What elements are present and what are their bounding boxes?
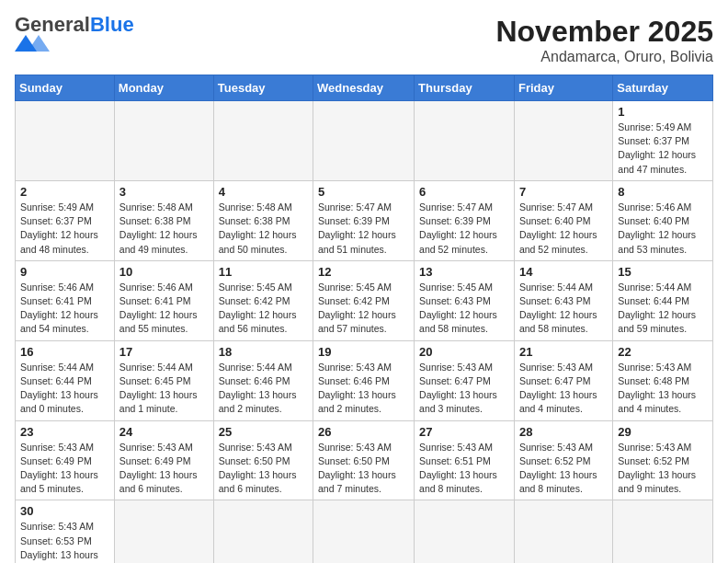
logo: General Blue bbox=[15, 15, 134, 52]
calendar-cell bbox=[514, 101, 612, 181]
calendar-cell: 13Sunrise: 5:45 AM Sunset: 6:43 PM Dayli… bbox=[415, 260, 515, 340]
calendar-cell: 10Sunrise: 5:46 AM Sunset: 6:41 PM Dayli… bbox=[114, 260, 213, 340]
calendar-cell: 1Sunrise: 5:49 AM Sunset: 6:37 PM Daylig… bbox=[613, 101, 713, 181]
week-row-0: 1Sunrise: 5:49 AM Sunset: 6:37 PM Daylig… bbox=[16, 101, 713, 181]
calendar-cell: 16Sunrise: 5:44 AM Sunset: 6:44 PM Dayli… bbox=[16, 340, 115, 420]
calendar-cell: 22Sunrise: 5:43 AM Sunset: 6:48 PM Dayli… bbox=[613, 340, 713, 420]
calendar-cell bbox=[313, 101, 415, 181]
calendar-subtitle: Andamarca, Oruro, Bolivia bbox=[495, 49, 713, 65]
day-info: Sunrise: 5:45 AM Sunset: 6:42 PM Dayligh… bbox=[219, 281, 308, 337]
calendar-cell: 15Sunrise: 5:44 AM Sunset: 6:44 PM Dayli… bbox=[613, 260, 713, 340]
day-info: Sunrise: 5:43 AM Sunset: 6:46 PM Dayligh… bbox=[318, 361, 409, 417]
day-info: Sunrise: 5:43 AM Sunset: 6:52 PM Dayligh… bbox=[519, 441, 608, 497]
day-number: 8 bbox=[618, 185, 708, 199]
day-info: Sunrise: 5:45 AM Sunset: 6:42 PM Dayligh… bbox=[318, 281, 409, 337]
day-number: 2 bbox=[20, 185, 109, 199]
calendar-cell: 28Sunrise: 5:43 AM Sunset: 6:52 PM Dayli… bbox=[514, 420, 612, 500]
day-header-saturday: Saturday bbox=[613, 75, 713, 101]
day-number: 9 bbox=[20, 265, 109, 279]
calendar-cell bbox=[415, 101, 515, 181]
title-block: November 2025 Andamarca, Oruro, Bolivia bbox=[495, 15, 713, 65]
day-number: 22 bbox=[618, 345, 708, 359]
calendar-cell bbox=[114, 101, 213, 181]
calendar-cell bbox=[213, 500, 313, 563]
day-number: 23 bbox=[20, 425, 109, 439]
day-info: Sunrise: 5:46 AM Sunset: 6:40 PM Dayligh… bbox=[618, 201, 708, 257]
calendar-cell bbox=[213, 101, 313, 181]
calendar-cell: 7Sunrise: 5:47 AM Sunset: 6:40 PM Daylig… bbox=[514, 180, 612, 260]
day-header-monday: Monday bbox=[114, 75, 213, 101]
day-info: Sunrise: 5:43 AM Sunset: 6:49 PM Dayligh… bbox=[20, 441, 109, 497]
day-info: Sunrise: 5:48 AM Sunset: 6:38 PM Dayligh… bbox=[119, 201, 209, 257]
day-info: Sunrise: 5:44 AM Sunset: 6:46 PM Dayligh… bbox=[219, 361, 308, 417]
day-info: Sunrise: 5:45 AM Sunset: 6:43 PM Dayligh… bbox=[419, 281, 509, 337]
week-row-5: 30Sunrise: 5:43 AM Sunset: 6:53 PM Dayli… bbox=[16, 500, 713, 563]
calendar-cell: 20Sunrise: 5:43 AM Sunset: 6:47 PM Dayli… bbox=[415, 340, 515, 420]
calendar-cell: 30Sunrise: 5:43 AM Sunset: 6:53 PM Dayli… bbox=[16, 500, 115, 563]
day-info: Sunrise: 5:48 AM Sunset: 6:38 PM Dayligh… bbox=[219, 201, 308, 257]
day-info: Sunrise: 5:44 AM Sunset: 6:44 PM Dayligh… bbox=[20, 361, 109, 417]
calendar-cell bbox=[514, 500, 612, 563]
day-number: 26 bbox=[318, 425, 409, 439]
calendar-cell bbox=[613, 500, 713, 563]
day-info: Sunrise: 5:43 AM Sunset: 6:48 PM Dayligh… bbox=[618, 361, 708, 417]
day-number: 18 bbox=[219, 345, 308, 359]
calendar-cell: 21Sunrise: 5:43 AM Sunset: 6:47 PM Dayli… bbox=[514, 340, 612, 420]
day-number: 15 bbox=[618, 265, 708, 279]
calendar-header: SundayMondayTuesdayWednesdayThursdayFrid… bbox=[16, 75, 713, 101]
day-info: Sunrise: 5:44 AM Sunset: 6:43 PM Dayligh… bbox=[519, 281, 608, 337]
calendar-cell: 2Sunrise: 5:49 AM Sunset: 6:37 PM Daylig… bbox=[16, 180, 115, 260]
calendar-cell: 23Sunrise: 5:43 AM Sunset: 6:49 PM Dayli… bbox=[16, 420, 115, 500]
day-number: 7 bbox=[519, 185, 608, 199]
day-info: Sunrise: 5:43 AM Sunset: 6:51 PM Dayligh… bbox=[419, 441, 509, 497]
day-number: 12 bbox=[318, 265, 409, 279]
calendar-table: SundayMondayTuesdayWednesdayThursdayFrid… bbox=[15, 75, 713, 563]
logo-icon bbox=[15, 35, 61, 52]
logo-general-text: General bbox=[15, 15, 90, 35]
week-row-3: 16Sunrise: 5:44 AM Sunset: 6:44 PM Dayli… bbox=[16, 340, 713, 420]
day-info: Sunrise: 5:43 AM Sunset: 6:50 PM Dayligh… bbox=[318, 441, 409, 497]
calendar-cell: 29Sunrise: 5:43 AM Sunset: 6:52 PM Dayli… bbox=[613, 420, 713, 500]
calendar-cell bbox=[313, 500, 415, 563]
day-info: Sunrise: 5:46 AM Sunset: 6:41 PM Dayligh… bbox=[119, 281, 209, 337]
day-info: Sunrise: 5:43 AM Sunset: 6:47 PM Dayligh… bbox=[419, 361, 509, 417]
calendar-cell: 14Sunrise: 5:44 AM Sunset: 6:43 PM Dayli… bbox=[514, 260, 612, 340]
day-info: Sunrise: 5:47 AM Sunset: 6:40 PM Dayligh… bbox=[519, 201, 608, 257]
day-info: Sunrise: 5:43 AM Sunset: 6:49 PM Dayligh… bbox=[119, 441, 209, 497]
day-header-friday: Friday bbox=[514, 75, 612, 101]
day-header-tuesday: Tuesday bbox=[213, 75, 313, 101]
calendar-cell: 5Sunrise: 5:47 AM Sunset: 6:39 PM Daylig… bbox=[313, 180, 415, 260]
day-info: Sunrise: 5:49 AM Sunset: 6:37 PM Dayligh… bbox=[618, 121, 708, 177]
day-info: Sunrise: 5:43 AM Sunset: 6:50 PM Dayligh… bbox=[219, 441, 308, 497]
day-number: 21 bbox=[519, 345, 608, 359]
day-info: Sunrise: 5:49 AM Sunset: 6:37 PM Dayligh… bbox=[20, 201, 109, 257]
day-number: 5 bbox=[318, 185, 409, 199]
day-number: 24 bbox=[119, 425, 209, 439]
day-header-sunday: Sunday bbox=[16, 75, 115, 101]
day-number: 11 bbox=[219, 265, 308, 279]
day-number: 3 bbox=[119, 185, 209, 199]
calendar-cell: 9Sunrise: 5:46 AM Sunset: 6:41 PM Daylig… bbox=[16, 260, 115, 340]
day-number: 29 bbox=[618, 425, 708, 439]
day-header-wednesday: Wednesday bbox=[313, 75, 415, 101]
calendar-cell: 11Sunrise: 5:45 AM Sunset: 6:42 PM Dayli… bbox=[213, 260, 313, 340]
calendar-cell: 25Sunrise: 5:43 AM Sunset: 6:50 PM Dayli… bbox=[213, 420, 313, 500]
day-info: Sunrise: 5:43 AM Sunset: 6:52 PM Dayligh… bbox=[618, 441, 708, 497]
page-header: General Blue November 2025 Andamarca, Or… bbox=[15, 15, 713, 65]
day-number: 27 bbox=[419, 425, 509, 439]
day-number: 28 bbox=[519, 425, 608, 439]
calendar-cell: 27Sunrise: 5:43 AM Sunset: 6:51 PM Dayli… bbox=[415, 420, 515, 500]
calendar-cell bbox=[16, 101, 115, 181]
calendar-cell: 24Sunrise: 5:43 AM Sunset: 6:49 PM Dayli… bbox=[114, 420, 213, 500]
week-row-2: 9Sunrise: 5:46 AM Sunset: 6:41 PM Daylig… bbox=[16, 260, 713, 340]
day-number: 16 bbox=[20, 345, 109, 359]
calendar-cell: 19Sunrise: 5:43 AM Sunset: 6:46 PM Dayli… bbox=[313, 340, 415, 420]
day-info: Sunrise: 5:44 AM Sunset: 6:45 PM Dayligh… bbox=[119, 361, 209, 417]
calendar-title: November 2025 bbox=[495, 15, 713, 49]
calendar-cell: 8Sunrise: 5:46 AM Sunset: 6:40 PM Daylig… bbox=[613, 180, 713, 260]
calendar-cell: 17Sunrise: 5:44 AM Sunset: 6:45 PM Dayli… bbox=[114, 340, 213, 420]
week-row-1: 2Sunrise: 5:49 AM Sunset: 6:37 PM Daylig… bbox=[16, 180, 713, 260]
day-info: Sunrise: 5:47 AM Sunset: 6:39 PM Dayligh… bbox=[318, 201, 409, 257]
week-row-4: 23Sunrise: 5:43 AM Sunset: 6:49 PM Dayli… bbox=[16, 420, 713, 500]
day-info: Sunrise: 5:44 AM Sunset: 6:44 PM Dayligh… bbox=[618, 281, 708, 337]
